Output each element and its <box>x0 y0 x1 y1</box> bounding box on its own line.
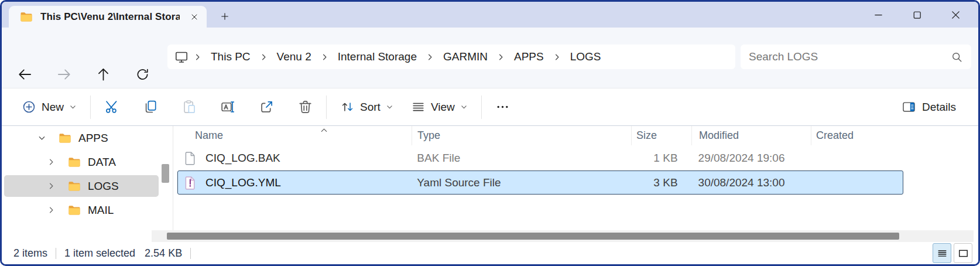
folder-icon <box>67 155 81 169</box>
chevron-right-icon[interactable] <box>259 53 268 62</box>
maximize-button[interactable] <box>897 2 936 28</box>
new-tab-button[interactable] <box>217 9 232 24</box>
rename-button[interactable] <box>215 96 240 119</box>
view-lines-icon <box>411 100 426 114</box>
minimize-button[interactable] <box>859 2 897 28</box>
selection-size: 2.54 KB <box>145 247 182 260</box>
folder-icon <box>58 131 72 145</box>
close-icon <box>950 9 962 21</box>
column-headers: Name Type Size Modified Created <box>177 126 903 145</box>
file-name: CIQ_LOG.YML <box>205 176 281 189</box>
paste-button[interactable] <box>177 96 201 119</box>
column-header-created[interactable]: Created <box>811 126 903 145</box>
exclamation-file-icon <box>183 175 198 190</box>
pane-splitter[interactable] <box>173 126 173 242</box>
sort-button-label: Sort <box>360 101 381 114</box>
sort-button[interactable]: Sort <box>335 96 398 118</box>
sidebar-item-label: MAIL <box>88 204 114 217</box>
file-size: 3 KB <box>631 171 691 194</box>
explorer-tab[interactable]: This PC\Venu 2\Internal Storag <box>9 6 207 28</box>
delete-button[interactable] <box>293 96 317 119</box>
file-actions-group <box>100 96 317 119</box>
view-button-label: View <box>431 101 455 114</box>
copy-icon <box>143 99 159 115</box>
refresh-button[interactable] <box>135 67 150 83</box>
share-button[interactable] <box>254 96 279 119</box>
breadcrumb-logs[interactable]: LOGS <box>566 50 605 63</box>
details-view-toggle[interactable] <box>933 243 951 263</box>
file-modified: 29/08/2024 19:06 <box>691 146 811 169</box>
cut-button[interactable] <box>100 96 124 119</box>
copy-button[interactable] <box>138 96 163 119</box>
file-list: Name Type Size Modified Created CIQ_LOG.… <box>177 126 978 230</box>
file-row-ciq-log-bak[interactable]: CIQ_LOG.BAK BAK File 1 KB 29/08/2024 19:… <box>177 146 903 170</box>
column-header-modified[interactable]: Modified <box>691 126 811 145</box>
folder-icon <box>19 10 33 24</box>
new-button-label: New <box>42 101 64 114</box>
horizontal-scrollbar[interactable] <box>152 230 974 242</box>
content-area: APPS DATA LOGS <box>2 126 978 242</box>
new-button[interactable]: New <box>17 96 81 118</box>
window-controls <box>859 2 975 28</box>
file-type: BAK File <box>412 146 631 169</box>
blank-file-icon <box>183 151 198 166</box>
chevron-down-icon[interactable] <box>37 134 46 143</box>
status-divider <box>56 248 56 259</box>
tab-close-button[interactable] <box>187 9 202 25</box>
horizontal-scrollbar-thumb[interactable] <box>167 233 899 240</box>
sidebar-item-logs[interactable]: LOGS <box>2 174 173 198</box>
thumbnail-rect-icon <box>958 248 969 259</box>
navigation-bar: This PC Venu 2 Internal Storage GARMIN A… <box>2 28 978 88</box>
cut-icon <box>104 99 120 115</box>
chevron-right-icon[interactable] <box>320 53 329 62</box>
chevron-right-icon[interactable] <box>496 53 505 62</box>
sort-arrows-icon <box>340 100 355 114</box>
back-button[interactable] <box>17 67 33 83</box>
nav-arrows <box>17 67 150 83</box>
close-window-button[interactable] <box>936 2 975 28</box>
column-header-size[interactable]: Size <box>631 126 691 145</box>
file-row-ciq-log-yml[interactable]: CIQ_LOG.YML Yaml Source File 3 KB 30/08/… <box>177 170 903 195</box>
breadcrumb-apps[interactable]: APPS <box>510 50 548 63</box>
column-header-type[interactable]: Type <box>412 126 631 145</box>
chevron-right-icon[interactable] <box>553 53 561 62</box>
sidebar-item-label: DATA <box>88 156 116 169</box>
details-pane-button[interactable]: Details <box>897 96 961 118</box>
paste-icon <box>181 99 197 115</box>
more-ellipsis-icon <box>495 100 510 114</box>
address-bar[interactable]: This PC Venu 2 Internal Storage GARMIN A… <box>167 45 735 69</box>
sidebar-item-data[interactable]: DATA <box>2 150 173 174</box>
breadcrumb-internal-storage[interactable]: Internal Storage <box>334 50 421 63</box>
thumbnail-view-toggle[interactable] <box>954 243 972 263</box>
maximize-icon <box>911 9 923 21</box>
close-icon <box>190 12 199 22</box>
breadcrumb-this-pc[interactable]: This PC <box>207 50 255 63</box>
sidebar-scrollbar-thumb[interactable] <box>162 164 169 183</box>
breadcrumb-venu-2[interactable]: Venu 2 <box>273 50 316 63</box>
file-size: 1 KB <box>631 146 691 169</box>
titlebar: This PC\Venu 2\Internal Storag <box>2 2 978 28</box>
details-button-label: Details <box>922 101 956 114</box>
breadcrumb-garmin[interactable]: GARMIN <box>439 50 492 63</box>
column-header-name[interactable]: Name <box>177 126 412 145</box>
forward-button[interactable] <box>56 67 72 83</box>
sidebar-item-mail[interactable]: MAIL <box>2 198 173 222</box>
chevron-down-icon <box>69 103 77 111</box>
up-button[interactable] <box>95 67 111 83</box>
view-button[interactable]: View <box>406 96 472 118</box>
more-options-button[interactable] <box>491 96 515 119</box>
delete-icon <box>297 99 313 115</box>
sidebar-item-label: APPS <box>78 132 108 145</box>
sidebar-item-apps[interactable]: APPS <box>2 126 173 150</box>
search-input[interactable] <box>749 50 951 63</box>
items-count: 2 items <box>13 247 47 260</box>
up-icon <box>95 67 111 83</box>
details-list-icon <box>937 248 948 259</box>
chevron-right-icon[interactable] <box>426 53 434 62</box>
chevron-right-icon[interactable] <box>46 206 56 215</box>
search-icon <box>951 51 963 63</box>
file-name: CIQ_LOG.BAK <box>205 152 280 165</box>
chevron-right-icon[interactable] <box>193 53 202 62</box>
chevron-right-icon[interactable] <box>46 158 56 167</box>
chevron-right-icon[interactable] <box>46 182 56 191</box>
